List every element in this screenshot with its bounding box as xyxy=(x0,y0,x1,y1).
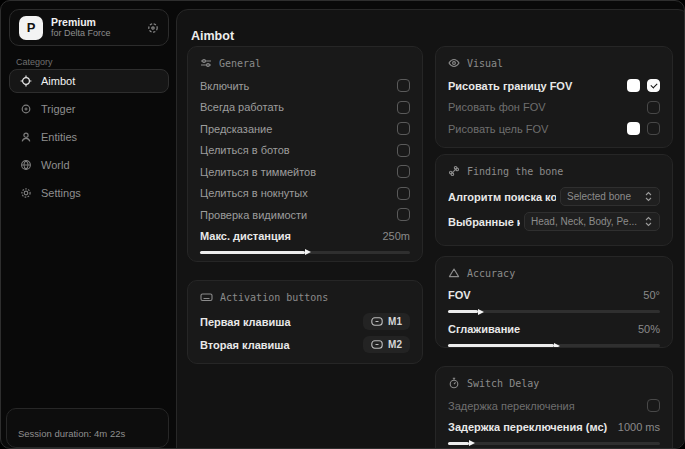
section-general: General Включить Всегда работать Предска… xyxy=(187,46,423,262)
sidebar-item-label: Aimbot xyxy=(41,75,75,87)
color-swatch[interactable] xyxy=(627,79,640,92)
selected-bones-select[interactable]: Head, Neck, Body, Pe... xyxy=(524,212,660,231)
bone-label: Алгоритм поиска кост xyxy=(448,191,556,203)
color-swatch[interactable] xyxy=(627,122,640,135)
checkbox-prediction[interactable] xyxy=(397,122,410,135)
fov-slider[interactable] xyxy=(448,310,660,313)
toggle-label: Целиться в нокнутых xyxy=(200,187,308,199)
sidebar-item-label: Settings xyxy=(41,187,81,199)
toggle-label: Проверка видимости xyxy=(200,209,307,221)
select-value: Head, Neck, Body, Pe... xyxy=(531,216,637,227)
keybind-row: Первая клавиша M1 xyxy=(200,313,410,330)
category-label: Category xyxy=(16,57,53,67)
checkbox-draw-fov-background[interactable] xyxy=(647,101,660,114)
chevrons-updown-icon xyxy=(644,216,653,227)
visual-label: Рисовать фон FOV xyxy=(448,101,546,113)
crosshair-icon xyxy=(20,75,32,87)
slider-fill xyxy=(200,251,305,254)
brand-subtitle: for Delta Force xyxy=(51,28,111,39)
sidebar-item-label: World xyxy=(41,159,70,171)
toggle-row: Проверка видимости xyxy=(200,208,410,221)
toggle-label: Всегда работать xyxy=(200,101,284,113)
sidebar-item-settings[interactable]: Settings xyxy=(9,181,169,205)
toggle-label: Включить xyxy=(200,80,249,92)
slider-label: Макс. дистанция xyxy=(200,230,291,242)
stopwatch-icon xyxy=(448,377,460,389)
slider-value: 250m xyxy=(382,230,410,242)
tune-icon xyxy=(200,57,212,69)
bone-row: Алгоритм поиска кост Selected bone xyxy=(448,187,660,206)
section-title: Switch Delay xyxy=(467,378,539,389)
keybind-label: Первая клавиша xyxy=(200,316,291,328)
section-finding-bone: Finding the bone Алгоритм поиска кост Se… xyxy=(435,154,673,246)
section-switch-delay: Switch Delay Задержка переключения Задер… xyxy=(435,366,673,449)
sidebar-item-entities[interactable]: Entities xyxy=(9,125,169,149)
checkbox-enable[interactable] xyxy=(397,79,410,92)
checkbox-draw-fov-border[interactable] xyxy=(647,79,660,92)
visual-label: Рисовать границу FOV xyxy=(448,80,572,92)
checkbox-draw-fov-target[interactable] xyxy=(647,122,660,135)
slider-label: Сглаживание xyxy=(448,323,520,335)
visual-row: Рисовать фон FOV xyxy=(448,101,660,114)
section-header: Visual xyxy=(448,57,660,69)
brand-logo: P xyxy=(19,16,43,40)
max-distance-slider[interactable] xyxy=(200,251,410,254)
keybind-row: Вторая клавиша M2 xyxy=(200,336,410,353)
sidebar-nav: Aimbot Trigger Entities World Settings xyxy=(9,69,169,209)
checkbox-target-knocked[interactable] xyxy=(397,187,410,200)
checkbox-visibility-check[interactable] xyxy=(397,208,410,221)
smoothing-slider[interactable] xyxy=(448,344,660,347)
toggle-row: Целиться в тиммейтов xyxy=(200,165,410,178)
visual-row: Рисовать границу FOV xyxy=(448,79,660,92)
slider-caption: Задержка переключения (мс) 1000 ms xyxy=(448,421,660,433)
switch-delay-slider[interactable] xyxy=(448,442,660,445)
bone-label: Выбранные кос xyxy=(448,216,520,228)
globe-icon xyxy=(20,159,32,171)
keybind-key: M1 xyxy=(388,316,402,327)
section-activation-buttons: Activation buttons Первая клавиша M1 Вто… xyxy=(187,280,423,364)
section-accuracy: Accuracy FOV 50° Сглаживание 50% xyxy=(435,256,673,348)
section-header: Finding the bone xyxy=(448,165,660,177)
sidebar-item-label: Entities xyxy=(41,131,77,143)
toggle-row: Задержка переключения xyxy=(448,399,660,412)
sidebar-item-aimbot[interactable]: Aimbot xyxy=(9,69,169,93)
sync-icon[interactable] xyxy=(147,22,159,34)
keybind-button-primary[interactable]: M1 xyxy=(363,313,410,330)
section-visual: Visual Рисовать границу FOV Рисовать фон… xyxy=(435,46,673,148)
slider-caption: FOV 50° xyxy=(448,289,660,301)
toggle-label: Целиться в тиммейтов xyxy=(200,166,316,178)
brand-card[interactable]: P Premium for Delta Force xyxy=(9,9,169,46)
section-header: Switch Delay xyxy=(448,377,660,389)
brand-title: Premium xyxy=(51,16,111,28)
toggle-row: Включить xyxy=(200,79,410,92)
keybind-button-secondary[interactable]: M2 xyxy=(363,336,410,353)
checkbox-target-bots[interactable] xyxy=(397,144,410,157)
visual-label: Рисовать цель FOV xyxy=(448,123,548,135)
mouse-icon xyxy=(371,340,383,349)
bone-algorithm-select[interactable]: Selected bone xyxy=(560,187,660,206)
section-title: General xyxy=(219,58,261,69)
toggle-row: Предсказание xyxy=(200,122,410,135)
chevrons-updown-icon xyxy=(644,191,653,202)
page-title: Aimbot xyxy=(191,29,234,43)
sidebar-item-world[interactable]: World xyxy=(9,153,169,177)
toggle-label: Задержка переключения xyxy=(448,400,575,412)
section-title: Finding the bone xyxy=(467,166,563,177)
toggle-row: Целиться в ботов xyxy=(200,144,410,157)
eye-icon xyxy=(448,57,460,69)
app-window: P Premium for Delta Force Category Aimbo… xyxy=(0,0,685,449)
toggle-row: Целиться в нокнутых xyxy=(200,187,410,200)
checkbox-always-work[interactable] xyxy=(397,101,410,114)
section-title: Visual xyxy=(467,58,503,69)
trigger-icon xyxy=(20,103,32,115)
session-duration: Session duration: 4m 22s xyxy=(18,428,125,439)
entities-icon xyxy=(20,131,32,143)
checkbox-target-teammates[interactable] xyxy=(397,165,410,178)
sidebar-item-trigger[interactable]: Trigger xyxy=(9,97,169,121)
bone-row: Выбранные кос Head, Neck, Body, Pe... xyxy=(448,212,660,231)
slider-caption: Сглаживание 50% xyxy=(448,323,660,335)
triangle-icon xyxy=(448,267,460,279)
checkbox-switch-delay[interactable] xyxy=(647,399,660,412)
gear-icon xyxy=(20,187,32,199)
slider-value: 50° xyxy=(643,289,660,301)
